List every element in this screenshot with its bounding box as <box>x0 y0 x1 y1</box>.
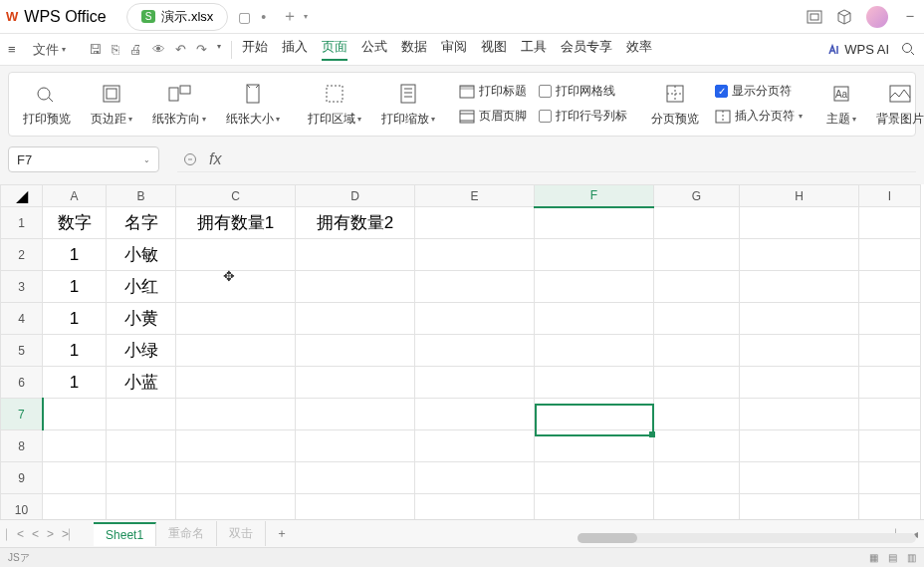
cell[interactable] <box>859 430 921 462</box>
cell[interactable] <box>859 271 921 303</box>
cell[interactable] <box>296 303 415 335</box>
cell[interactable] <box>415 430 535 462</box>
col-header-I[interactable]: I <box>859 185 921 207</box>
cell[interactable] <box>415 462 535 494</box>
cell[interactable]: 1 <box>43 335 107 367</box>
cell[interactable] <box>740 239 859 271</box>
col-header-F[interactable]: F <box>535 185 654 207</box>
cell[interactable] <box>176 430 296 462</box>
fx-label[interactable]: fx <box>209 150 221 168</box>
cell[interactable] <box>296 462 415 494</box>
cell[interactable] <box>654 430 740 462</box>
row-header-5[interactable]: 5 <box>1 335 43 367</box>
tab-menu-icon[interactable]: ▢ <box>238 9 251 25</box>
cell[interactable] <box>740 430 859 462</box>
sheet-nav-prev-icon[interactable]: < <box>32 527 39 541</box>
view-normal-icon[interactable]: ▦ <box>869 552 878 563</box>
cell[interactable] <box>296 239 415 271</box>
chevron-down-icon[interactable]: ⌄ <box>143 155 150 164</box>
print-title-button[interactable]: 打印标题 <box>459 81 527 102</box>
cell[interactable] <box>535 430 654 462</box>
cell[interactable] <box>107 430 176 462</box>
cell[interactable] <box>859 367 921 399</box>
cell[interactable] <box>296 430 415 462</box>
print-gridlines-checkbox[interactable]: 打印网格线 <box>539 81 627 102</box>
cell[interactable]: 小绿 <box>107 335 176 367</box>
cell[interactable] <box>107 462 176 494</box>
cell[interactable] <box>654 399 740 430</box>
background-button[interactable]: 背景图片 <box>866 81 924 128</box>
add-sheet-button[interactable]: ＋ <box>266 525 298 542</box>
row-header-3[interactable]: 3 <box>1 271 43 303</box>
cell[interactable] <box>296 335 415 367</box>
col-header-G[interactable]: G <box>654 185 740 207</box>
cell[interactable] <box>859 462 921 494</box>
tab-review[interactable]: 审阅 <box>441 38 467 61</box>
tab-page[interactable]: 页面 <box>322 38 347 61</box>
tab-close-icon[interactable]: • <box>261 9 266 25</box>
tab-efficiency[interactable]: 效率 <box>626 38 652 61</box>
file-menu[interactable]: 文件▾ <box>26 38 73 62</box>
row-header-9[interactable]: 9 <box>1 462 43 494</box>
row-header-2[interactable]: 2 <box>1 239 43 271</box>
cell[interactable] <box>107 399 176 430</box>
cell[interactable]: 小蓝 <box>107 367 176 399</box>
cell[interactable]: 小红 <box>107 271 176 303</box>
row-header-1[interactable]: 1 <box>1 207 43 239</box>
cell[interactable] <box>535 462 654 494</box>
cell[interactable] <box>740 399 859 430</box>
cell[interactable] <box>654 303 740 335</box>
sheet-tab-sheet1[interactable]: Sheet1 <box>94 522 156 546</box>
cell[interactable]: 拥有数量1 <box>176 207 296 239</box>
col-header-E[interactable]: E <box>415 185 535 207</box>
cell[interactable] <box>859 303 921 335</box>
cell[interactable] <box>859 207 921 239</box>
size-button[interactable]: 纸张大小▾ <box>216 81 290 128</box>
cell[interactable] <box>740 303 859 335</box>
cell[interactable] <box>296 367 415 399</box>
print-scale-button[interactable]: 打印缩放▾ <box>371 81 445 128</box>
view-break-icon[interactable]: ▥ <box>907 552 916 563</box>
cell[interactable] <box>176 239 296 271</box>
sheet-nav-first-icon[interactable]: ⎸< <box>6 527 24 541</box>
cell[interactable] <box>176 367 296 399</box>
user-avatar[interactable] <box>866 6 888 28</box>
tab-member[interactable]: 会员专享 <box>561 38 612 61</box>
cell[interactable] <box>415 399 535 430</box>
cell[interactable] <box>415 335 535 367</box>
tab-tools[interactable]: 工具 <box>521 38 547 61</box>
cell[interactable]: 1 <box>43 303 107 335</box>
cell[interactable] <box>176 303 296 335</box>
tab-formula[interactable]: 公式 <box>361 38 387 61</box>
tab-data[interactable]: 数据 <box>401 38 427 61</box>
cell[interactable] <box>859 335 921 367</box>
cell[interactable]: 小敏 <box>107 239 176 271</box>
row-header-7[interactable]: 7 <box>1 399 43 430</box>
cell[interactable] <box>415 207 535 239</box>
sheet-nav-last-icon[interactable]: >⎸ <box>62 527 80 541</box>
export-icon[interactable]: ⎘ <box>112 42 119 57</box>
cell[interactable] <box>43 430 107 462</box>
spreadsheet-grid[interactable]: ◢ A B C D E F G H I 1 数字 名字 拥有数量1 拥有数量2 … <box>0 184 924 526</box>
print-area-button[interactable]: 打印区域▾ <box>298 81 371 128</box>
theme-button[interactable]: Aa 主题▾ <box>816 81 866 128</box>
view-page-icon[interactable]: ▤ <box>888 552 897 563</box>
sheet-nav-next-icon[interactable]: > <box>47 527 54 541</box>
cell[interactable]: 拥有数量2 <box>296 207 415 239</box>
cell[interactable] <box>740 335 859 367</box>
cell[interactable] <box>415 271 535 303</box>
cell[interactable] <box>859 239 921 271</box>
col-header-B[interactable]: B <box>107 185 176 207</box>
cell[interactable] <box>654 207 740 239</box>
cell[interactable]: 数字 <box>43 207 107 239</box>
preview-icon[interactable]: 👁 <box>152 42 165 57</box>
pagebreak-preview-button[interactable]: 分页预览 <box>641 81 709 128</box>
minimize-icon[interactable]: － <box>902 6 918 27</box>
select-all-corner[interactable]: ◢ <box>1 185 43 207</box>
row-header-8[interactable]: 8 <box>1 430 43 462</box>
cell[interactable] <box>654 239 740 271</box>
cube-icon[interactable] <box>836 9 852 25</box>
cell[interactable] <box>415 367 535 399</box>
cell[interactable] <box>535 239 654 271</box>
tab-dropdown-icon[interactable]: ▾ <box>304 12 308 21</box>
